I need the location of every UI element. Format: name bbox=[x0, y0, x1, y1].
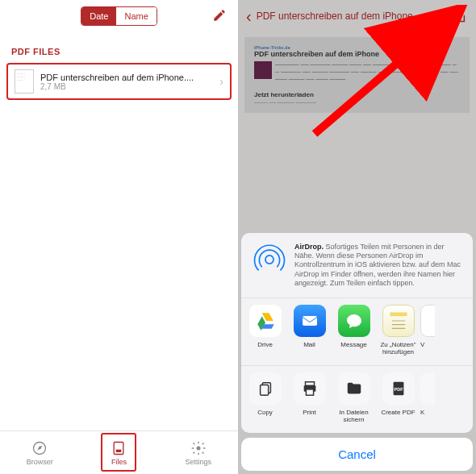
tab-files[interactable]: Files bbox=[79, 431, 158, 474]
sort-segmented-control: Date Name bbox=[81, 6, 157, 26]
file-title: PDF unterschreiben auf dem iPhone.... bbox=[40, 73, 213, 82]
left-toolbar: Date Name bbox=[0, 0, 238, 32]
tab-browser[interactable]: Browser bbox=[0, 431, 79, 474]
svg-point-4 bbox=[265, 256, 273, 264]
tab-settings[interactable]: Settings bbox=[159, 431, 238, 474]
svg-rect-5 bbox=[303, 316, 317, 326]
share-app-mail[interactable]: Mail bbox=[287, 305, 332, 356]
svg-rect-11 bbox=[260, 385, 268, 395]
actions-row: Copy Print In Dateien sichern PDF bbox=[241, 365, 473, 433]
share-sheet: AirDrop. Sofortiges Teilen mit Personen … bbox=[241, 233, 473, 471]
svg-rect-14 bbox=[306, 389, 313, 395]
action-copy[interactable]: Copy bbox=[243, 372, 287, 423]
action-create-pdf[interactable]: PDF Create PDF bbox=[376, 372, 420, 423]
svg-rect-6 bbox=[390, 313, 407, 317]
message-icon bbox=[338, 305, 370, 337]
action-print[interactable]: Print bbox=[287, 372, 332, 423]
file-row[interactable]: ─ ── ─── ─ ── ── PDF unterschreiben auf … bbox=[6, 63, 232, 100]
airdrop-text: AirDrop. Sofortiges Teilen mit Personen … bbox=[294, 243, 461, 288]
svg-text:PDF: PDF bbox=[394, 387, 403, 392]
tab-label: Browser bbox=[27, 458, 53, 466]
apps-row: Drive Mail Message bbox=[241, 297, 473, 365]
airdrop-icon bbox=[253, 243, 286, 276]
action-save-to-files[interactable]: In Dateien sichern bbox=[332, 372, 376, 423]
file-thumbnail: ─ ── ─── ─ ── ── bbox=[15, 69, 34, 94]
edit-icon[interactable] bbox=[212, 8, 227, 26]
cancel-button[interactable]: Cancel bbox=[241, 438, 473, 471]
drive-icon bbox=[249, 305, 282, 337]
action-more[interactable]: K bbox=[420, 372, 435, 423]
mail-icon bbox=[294, 305, 326, 337]
gear-icon bbox=[190, 440, 207, 456]
sort-date-button[interactable]: Date bbox=[81, 7, 116, 25]
compass-icon bbox=[31, 440, 48, 456]
tab-label: Settings bbox=[186, 458, 212, 466]
share-app-message[interactable]: Message bbox=[332, 305, 376, 356]
share-app-more[interactable]: V bbox=[420, 305, 435, 356]
chevron-right-icon: › bbox=[219, 75, 223, 88]
svg-rect-12 bbox=[305, 382, 314, 386]
print-icon bbox=[294, 372, 326, 405]
pdf-viewer-screen: ‹ PDF unterschreiben auf dem iPhone... i… bbox=[238, 0, 476, 474]
file-size: 2,7 MB bbox=[40, 82, 213, 91]
section-header-pdf-files: PDF FILES bbox=[0, 32, 238, 63]
files-screen: Date Name PDF FILES ─ ── ─── ─ ── ── PDF… bbox=[0, 0, 238, 474]
tab-bar: Browser Files Settings bbox=[0, 430, 238, 474]
copy-icon bbox=[249, 372, 282, 405]
share-app-drive[interactable]: Drive bbox=[243, 305, 287, 356]
svg-point-3 bbox=[196, 446, 200, 450]
sort-name-button[interactable]: Name bbox=[116, 7, 156, 25]
notes-icon bbox=[382, 305, 415, 337]
pdf-icon: PDF bbox=[382, 372, 415, 405]
folder-icon bbox=[338, 372, 370, 405]
share-app-notes[interactable]: Zu „Notizen" hinzufügen bbox=[376, 305, 420, 356]
airdrop-section[interactable]: AirDrop. Sofortiges Teilen mit Personen … bbox=[241, 233, 473, 297]
